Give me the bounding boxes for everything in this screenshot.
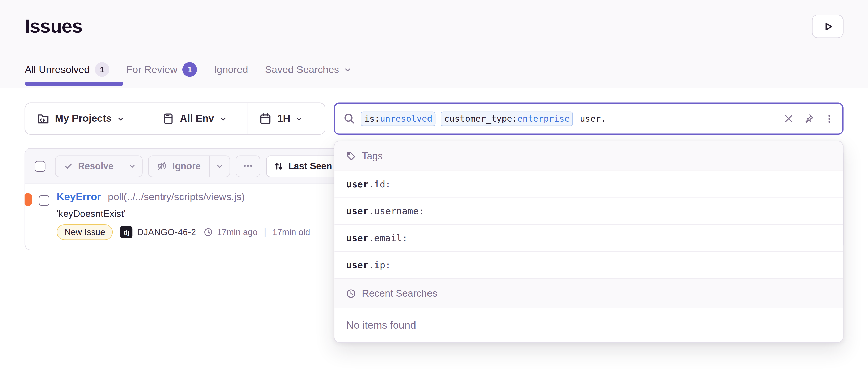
new-issue-badge: New Issue	[57, 224, 113, 240]
resolve-dropdown-arrow[interactable]	[122, 156, 142, 176]
project-link[interactable]: dj DJANGO-46-2	[120, 226, 196, 238]
issue-meta-row: New Issue dj DJANGO-46-2 17min ago | 17m…	[57, 224, 310, 240]
no-items-message: No items found	[334, 309, 843, 342]
django-platform-icon: dj	[120, 226, 133, 238]
matched-text: user	[346, 233, 368, 244]
tags-section-label: Tags	[362, 150, 382, 162]
play-icon	[823, 21, 833, 32]
clear-search-icon[interactable]	[784, 114, 793, 123]
issue-title-line: KeyError poll(../../sentry/scripts/views…	[57, 191, 245, 203]
token-value: unresolved	[380, 114, 432, 124]
mute-icon	[157, 161, 167, 171]
search-token-customer-type[interactable]: customer_type:enterprise	[441, 111, 573, 126]
filter-bar: My Projects All Env	[25, 103, 326, 135]
ignore-dropdown-arrow[interactable]	[209, 156, 229, 176]
environment-filter-label: All Env	[180, 113, 214, 124]
chevron-down-icon	[344, 66, 351, 73]
ellipsis-icon	[243, 161, 253, 171]
recent-searches-label: Recent Searches	[362, 288, 437, 299]
search-token-is-unresolved[interactable]: is:unresolved	[361, 111, 436, 126]
suggestion-user-username[interactable]: user.username:	[334, 198, 843, 225]
ignore-button[interactable]: Ignore	[149, 156, 209, 176]
search-typed-text[interactable]: user.	[580, 114, 606, 124]
time-range-filter[interactable]: 1H	[247, 103, 325, 134]
suggestion-rest: .id:	[369, 179, 391, 190]
check-icon	[64, 162, 73, 170]
window-icon	[162, 112, 174, 125]
play-button[interactable]	[812, 14, 843, 38]
tab-all-unresolved[interactable]: All Unresolved 1	[25, 62, 110, 77]
issue-culprit: poll(../../sentry/scripts/views.js)	[108, 191, 245, 203]
recent-searches-header: Recent Searches	[334, 279, 843, 309]
tab-label: For Review	[126, 64, 177, 75]
chevron-down-icon	[296, 115, 303, 122]
time-ago: 17min ago	[217, 227, 257, 237]
issue-tabs: All Unresolved 1 For Review 1 Ignored Sa…	[25, 62, 351, 77]
chevron-down-icon	[220, 115, 226, 122]
tag-icon	[346, 151, 355, 161]
token-key: customer_type:	[444, 114, 517, 124]
projects-filter-label: My Projects	[55, 113, 112, 124]
pin-search-icon[interactable]	[804, 114, 814, 124]
sort-button-label: Last Seen	[288, 161, 332, 171]
clock-icon	[204, 228, 213, 236]
resolve-button[interactable]: Resolve	[56, 156, 122, 176]
tab-label: All Unresolved	[25, 64, 90, 75]
tab-ignored[interactable]: Ignored	[214, 64, 248, 75]
sort-button[interactable]: Last Seen	[266, 155, 340, 177]
resolve-split-button: Resolve	[55, 155, 143, 177]
issue-message: 'keyDoesntExist'	[57, 208, 126, 219]
error-level-bar	[25, 193, 32, 206]
issue-times: 17min ago | 17min old	[204, 227, 310, 238]
tab-label: Saved Searches	[265, 64, 339, 75]
suggestion-user-id[interactable]: user.id:	[334, 171, 843, 198]
ignore-button-label: Ignore	[173, 161, 201, 171]
projects-filter[interactable]: My Projects	[25, 103, 150, 134]
select-all-checkbox[interactable]	[35, 161, 45, 171]
token-key: is:	[364, 114, 380, 124]
folder-code-icon	[37, 112, 49, 125]
tab-for-review[interactable]: For Review 1	[126, 62, 197, 77]
more-actions-button[interactable]	[236, 155, 260, 177]
issues-page: Issues All Unresolved 1 For Review 1 Ign…	[0, 0, 868, 388]
resolve-button-label: Resolve	[78, 161, 114, 171]
chevron-down-icon	[117, 115, 124, 122]
matched-text: user	[346, 179, 368, 190]
token-value: enterprise	[517, 114, 569, 124]
issue-search-bar[interactable]: is:unresolved customer_type:enterprise u…	[334, 103, 843, 135]
matched-text: user	[346, 260, 368, 270]
clock-icon	[346, 289, 355, 298]
sort-arrows-icon	[274, 161, 283, 171]
environment-filter[interactable]: All Env	[150, 103, 247, 134]
search-options-kebab-icon[interactable]	[825, 114, 834, 124]
suggestion-rest: .email:	[369, 233, 408, 244]
active-tab-underline	[25, 82, 123, 86]
calendar-icon	[259, 112, 272, 125]
search-icon	[343, 113, 355, 124]
tab-label: Ignored	[214, 64, 248, 75]
tags-section-header: Tags	[334, 141, 843, 171]
page-title: Issues	[25, 15, 83, 37]
issue-age: 17min old	[272, 227, 310, 237]
suggestion-rest: .ip:	[369, 260, 391, 270]
tab-count-badge: 1	[182, 62, 197, 77]
suggestion-user-ip[interactable]: user.ip:	[334, 252, 843, 279]
issue-select-checkbox[interactable]	[39, 195, 50, 206]
suggestion-user-email[interactable]: user.email:	[334, 225, 843, 252]
matched-text: user	[346, 206, 368, 217]
project-short-id: DJANGO-46-2	[137, 227, 196, 237]
tab-saved-searches[interactable]: Saved Searches	[265, 64, 351, 75]
search-suggestions-dropdown: Tags user.id: user.username: user.email:…	[334, 141, 843, 343]
ignore-split-button: Ignore	[148, 155, 230, 177]
suggestion-rest: .username:	[369, 206, 425, 217]
issue-title-link[interactable]: KeyError	[57, 191, 101, 203]
time-separator: |	[262, 227, 268, 238]
tab-count-badge: 1	[95, 62, 110, 77]
time-range-label: 1H	[277, 113, 290, 124]
